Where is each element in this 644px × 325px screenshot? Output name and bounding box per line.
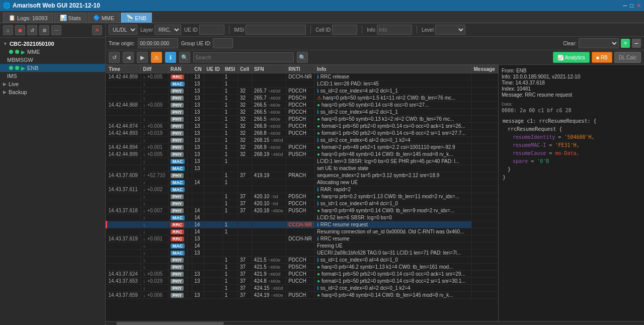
table-row[interactable]: 14.43.37.659 ↓ +0.006 PHY 13 1 37 424.19… (107, 292, 498, 299)
cell-cell (222, 235, 237, 242)
analytics-btn[interactable]: 📈 Analytics (553, 52, 590, 63)
scrollbar-horizontal[interactable] (106, 321, 644, 325)
group-ue-input[interactable] (213, 38, 233, 48)
cell-ran: PHY (168, 193, 187, 200)
search-go-btn[interactable]: 🔍 (297, 52, 308, 63)
ueid-input[interactable] (199, 25, 224, 35)
table-row[interactable]: 14.42.44.899 ↓ +0.005 PHY 13 1 32 268.19… (107, 151, 498, 158)
cell-ueid: 14 (192, 207, 204, 214)
table-row[interactable]: ↓ MAC 13 set UE to inactive state (107, 165, 498, 172)
back-btn[interactable]: ◀ (123, 52, 134, 63)
cell-info (286, 242, 315, 250)
cell-time (107, 80, 141, 88)
refresh-btn[interactable]: ↺ (27, 25, 37, 35)
warning-btn[interactable]: ⚠ (151, 52, 162, 63)
more-btn[interactable]: ⋯ (51, 25, 61, 35)
table-row[interactable]: ↓ RRC 14 1 Resuming connection of ue_id … (107, 228, 498, 235)
minimize-btn[interactable]: ─ (623, 3, 627, 9)
maximize-btn[interactable]: □ (630, 3, 633, 9)
add-btn[interactable]: + (621, 39, 630, 48)
tree-label-mme: MME (27, 49, 40, 55)
cell-cell: 1 (222, 130, 237, 137)
table-row[interactable]: ↓ MAC 14 1 Allocating new UE (107, 179, 498, 186)
time-origin-input[interactable] (138, 38, 178, 48)
table-row[interactable]: ↓ MAC 14 LCID:52 len=6 SBSR: lcg=0 bs=0 (107, 214, 498, 221)
settings-btn[interactable]: ⚙ (39, 25, 49, 35)
table-row[interactable]: ↓ PHY 1 37 420.10 ↑0d PDCCH ℹ ss_id=1 cc… (107, 200, 498, 207)
info-input[interactable] (377, 25, 412, 35)
table-row[interactable]: ↓ PHY 1 37 420.10 ↑0d PDSCH ● harq=si pr… (107, 193, 498, 200)
table-row[interactable]: 14.43.37.619 ↓ +0.001 RRC 13 DCCH-NR ℹ R… (107, 235, 498, 242)
detail-panel: From: ENB Info: 10.0.0.185:9001, v2021-1… (498, 65, 644, 321)
tree-item-mme[interactable]: ▶ MME (0, 48, 105, 56)
table-row[interactable]: ↓ MAC 13 1 LCID:1 len=28 PAD: len=45 (107, 80, 498, 88)
tab-enb[interactable]: 📡 ENB (121, 13, 152, 23)
table-row[interactable]: ↓ PHY 13 1 32 266.5 ↑460e PDCCH ℹ ss_id=… (107, 109, 498, 116)
info-btn[interactable]: ℹ (165, 52, 176, 63)
cell-info: PUCCH (286, 278, 315, 285)
tab-mme[interactable]: 🔷 MME (88, 13, 120, 23)
tree-item-cbc[interactable]: ▼ CBC-2021050100 (0, 40, 105, 48)
analytics-label: Analytics (565, 55, 585, 60)
level-select[interactable] (435, 25, 465, 35)
table-row[interactable]: ↓ MAC 13 UECRI:2a08c1bfc628 TAG:0 ta=31 … (107, 250, 498, 257)
cellid-input[interactable] (332, 25, 357, 35)
cell-msg: ℹ RRC resume (315, 235, 471, 242)
dlcalc-btn[interactable]: DL Calc (614, 52, 641, 63)
close-sidebar-btn[interactable]: ✕ (92, 25, 102, 35)
cell-rnti: 424.15 ↑460d (252, 285, 286, 292)
table-row[interactable]: 14.42.44.893 ↓ +0.019 PHY 13 1 32 268.8 … (107, 130, 498, 137)
minus-btn[interactable]: − (632, 39, 641, 48)
table-row[interactable]: 14.42.44.859 ↓ +0.005 RRC 13 1 DCCH-NR ℹ… (107, 73, 498, 80)
table-row[interactable]: 14.43.37.653 ↓ +0.029 PHY 13 1 37 424.8 … (107, 278, 498, 285)
rb-btn[interactable]: ■ RB (592, 52, 612, 63)
table-row[interactable]: ↓ MAC 13 1 LCID:1 len=3 SBSR: lcg=0 bs=0… (107, 158, 498, 165)
table-row[interactable]: ↓ PHY 1 37 421.5 ↑460e PDSCH ● harq=0 pr… (107, 264, 498, 271)
layer-select[interactable]: RRC,PHYMACAll (154, 25, 181, 35)
table-row[interactable]: 14.43.37.609 ↑ +52.710 PHY 1 37 419.19 P… (107, 172, 498, 179)
log-table-container[interactable]: Time Diff RAN CN UE ID IMSI Cell SFN RNT… (106, 65, 498, 321)
table-row[interactable]: 14.43.37.624 ↓ +0.005 PHY 13 1 37 421.9 … (107, 271, 498, 278)
table-row[interactable]: ↓ MAC 14 Freeing UE (107, 242, 498, 250)
tree-item-live[interactable]: ▶ Live (0, 80, 105, 88)
table-row[interactable]: ↓ PHY 13 1 32 266.5 ↑460e PDSCH ● harq=0… (107, 116, 498, 123)
stop-btn[interactable]: ⏹ (15, 25, 25, 35)
cell-imsi (204, 214, 222, 221)
table-row[interactable]: 14.43.37.618 ↓ +0.007 PHY 14 1 37 420.18… (107, 207, 498, 214)
cell-ran: PHY (168, 102, 187, 109)
close-btn[interactable]: ✕ (636, 3, 641, 9)
table-row[interactable]: ↓ RRC 14 1 CCCH-NR ℹ RRC resume request (107, 221, 498, 228)
cell-diff: ↓ (141, 165, 168, 172)
tree-item-backup[interactable]: ▶ Backup (0, 88, 105, 96)
table-row[interactable]: 14.42.44.894 ↓ +0.001 PHY 13 1 32 268.9 … (107, 144, 498, 151)
filter-btn[interactable]: 🔍 (179, 52, 190, 63)
table-row[interactable]: ↓ PHY 13 1 32 265.7 ↑460d PDSCH ⚠ harq=0… (107, 95, 498, 102)
search-input[interactable] (193, 52, 294, 62)
tab-logs[interactable]: 📋 Logs: 16093 (3, 13, 53, 23)
table-row[interactable]: 14.43.37.611 ↓ +0.002 MAC ℹ RAR: rapid=2 (107, 186, 498, 193)
table-row[interactable]: ↓ PHY 1 37 424.15 ↑460d ℹ ss_id=2 cce_in… (107, 285, 498, 292)
imsi-input[interactable] (246, 25, 306, 35)
tree-item-mbmsgw[interactable]: MBMSGW (0, 56, 105, 64)
direction-select[interactable]: UL/DLULDL (109, 25, 137, 35)
tree-item-enb[interactable]: ▶ ENB (0, 64, 105, 72)
refresh-log-btn[interactable]: ↺ (109, 52, 120, 63)
cell-imsi (204, 193, 222, 200)
window-controls: ─ □ ✕ (623, 3, 641, 9)
tab-stats[interactable]: 📊 Stats (54, 13, 87, 23)
home-btn[interactable]: ⌂ (3, 25, 13, 35)
tree-item-ims[interactable]: IMS (0, 72, 105, 80)
table-row[interactable]: ↓ PHY 1 37 421.5 ↑460e PDCCH ℹ ss_id=1 c… (107, 257, 498, 264)
enb-dot1 (9, 66, 13, 70)
cell-cn (188, 130, 192, 137)
table-row[interactable]: 14.42.44.874 ↓ +0.006 PHY 13 1 32 266.9 … (107, 123, 498, 130)
table-row[interactable]: 14.42.44.868 ↓ +0.009 PHY 13 1 32 266.5 … (107, 102, 498, 109)
clear-select[interactable] (579, 38, 619, 48)
cell-diff: ↓ (141, 193, 168, 200)
table-row[interactable]: ↓ PHY 13 1 32 268.15 ↑460d ℹ ss_id=2 cce… (107, 137, 498, 144)
forward-btn[interactable]: ▶ (137, 52, 148, 63)
table-row[interactable]: ↓ PHY 13 1 32 265.7 ↑460d PDCCH ℹ ss_id=… (107, 88, 498, 95)
cell-msg: ℹ RRC release (315, 73, 471, 80)
proto-tree: message c1: rrcResumeRequest: {rrcResume… (502, 117, 641, 182)
cell-sfn (237, 179, 252, 186)
